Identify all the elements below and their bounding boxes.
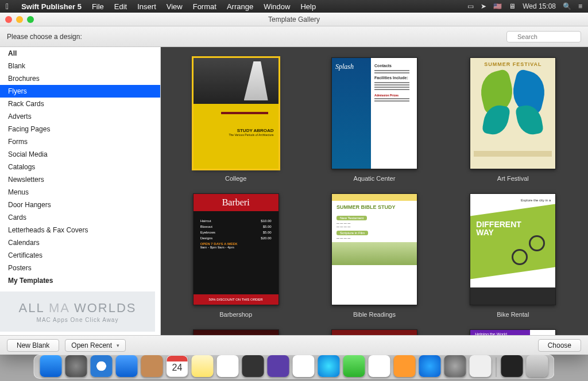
template-label: College bbox=[225, 175, 246, 182]
new-blank-button[interactable]: New Blank bbox=[7, 339, 59, 352]
dock-finder-icon[interactable] bbox=[40, 355, 62, 377]
sidebar-item-blank[interactable]: Blank bbox=[0, 60, 160, 72]
close-window-button[interactable] bbox=[5, 16, 12, 23]
template-aquatic-center[interactable]: Contacts Facilities Include: Admission P… bbox=[331, 57, 417, 182]
dock-swift-publisher-icon[interactable] bbox=[470, 355, 492, 377]
dock-notes-icon[interactable] bbox=[192, 355, 214, 377]
window-title: Template Gallery bbox=[268, 15, 320, 24]
template-label: Barbershop bbox=[219, 311, 252, 318]
template-thumbnail: SUMMER FESTIVAL bbox=[470, 57, 556, 169]
watermark-sub: MAC Apps One Click Away bbox=[37, 317, 119, 323]
template-thumbnail: Contacts Facilities Include: Admission P… bbox=[331, 57, 417, 169]
dock-messages-icon[interactable] bbox=[318, 355, 340, 377]
sidebar-item-cards[interactable]: Cards bbox=[0, 211, 160, 224]
template-thumbnail: SUMMER BIBLE STUDY New Testament— — — ——… bbox=[331, 193, 417, 305]
template-label: Bible Readings bbox=[353, 311, 396, 318]
sidebar-item-catalogs[interactable]: Catalogs bbox=[0, 161, 160, 173]
dock-trash-icon[interactable] bbox=[527, 355, 548, 377]
template-barbershop[interactable]: Barberi Haircut$10.00 Blowout$5.00 Eyebr… bbox=[193, 193, 279, 318]
dock-imovie-icon[interactable] bbox=[268, 355, 289, 377]
template-partial-1[interactable] bbox=[193, 329, 279, 335]
dock-dashboard-icon[interactable] bbox=[242, 355, 264, 377]
dock-contacts-icon[interactable] bbox=[141, 355, 163, 377]
template-bike-rental[interactable]: Explore the city in a DIFFERENTWAY Bike … bbox=[470, 193, 556, 318]
dock-itunes-icon[interactable] bbox=[369, 355, 390, 377]
zoom-window-button[interactable] bbox=[27, 16, 34, 23]
dock-appstore-icon[interactable] bbox=[419, 355, 441, 377]
dock bbox=[34, 355, 555, 379]
app-menu[interactable]: Swift Publisher 5 bbox=[21, 2, 82, 11]
toolbar: Please choose a design: bbox=[0, 26, 588, 47]
menu-help[interactable]: Help bbox=[300, 2, 316, 11]
prompt-label: Please choose a design: bbox=[7, 33, 82, 41]
dock-safari-icon[interactable] bbox=[91, 355, 113, 377]
choose-button[interactable]: Choose bbox=[538, 339, 581, 352]
template-college[interactable]: STUDY ABROAD The Various Periods of Arch… bbox=[193, 57, 279, 182]
sidebar-item-all[interactable]: All bbox=[0, 47, 160, 60]
sidebar-item-social-media[interactable]: Social Media bbox=[0, 148, 160, 161]
watermark: ALL MA WORLDS MAC Apps One Click Away bbox=[0, 291, 155, 332]
template-thumbnail: Barberi Haircut$10.00 Blowout$5.00 Eyebr… bbox=[193, 193, 279, 305]
dock-separator bbox=[496, 357, 497, 377]
sidebar-item-flyers[interactable]: Flyers bbox=[0, 85, 160, 98]
sidebar-item-door-hangers[interactable]: Door Hangers bbox=[0, 199, 160, 211]
template-art-festival[interactable]: SUMMER FESTIVAL Art Festival bbox=[470, 57, 556, 182]
sidebar-item-brochures[interactable]: Brochures bbox=[0, 72, 160, 85]
sidebar-item-facing-pages[interactable]: Facing Pages bbox=[0, 123, 160, 135]
sidebar-item-calendars[interactable]: Calendars bbox=[0, 236, 160, 249]
sidebar-item-adverts[interactable]: Adverts bbox=[0, 110, 160, 123]
bottom-bar: New Blank Open Recent Choose bbox=[0, 335, 588, 355]
open-recent-select[interactable]: Open Recent bbox=[65, 339, 126, 352]
template-bible-readings[interactable]: SUMMER BIBLE STUDY New Testament— — — ——… bbox=[331, 193, 417, 318]
titlebar: Template Gallery bbox=[0, 13, 588, 26]
dock-reminders-icon[interactable] bbox=[217, 355, 239, 377]
template-gallery-window: Template Gallery Please choose a design:… bbox=[0, 13, 588, 355]
menu-insert[interactable]: Insert bbox=[137, 2, 156, 11]
dock-calendar-icon[interactable] bbox=[167, 355, 188, 377]
status-flag-icon[interactable]: 🇺🇸 bbox=[493, 2, 502, 10]
dock-photos-icon[interactable] bbox=[293, 355, 315, 377]
search-input[interactable] bbox=[506, 31, 581, 42]
template-partial-3[interactable]: Helping the World bbox=[470, 329, 556, 335]
minimize-window-button[interactable] bbox=[16, 16, 23, 23]
sidebar-item-rack-cards[interactable]: Rack Cards bbox=[0, 98, 160, 110]
template-thumbnail: ABCCateringServices bbox=[331, 329, 417, 335]
dock-folder-icon[interactable] bbox=[501, 355, 523, 377]
sidebar-item-newsletters[interactable]: Newsletters bbox=[0, 173, 160, 186]
dock-ibooks-icon[interactable] bbox=[394, 355, 416, 377]
mac-menubar:  Swift Publisher 5 File Edit Insert Vie… bbox=[0, 0, 588, 13]
status-clock[interactable]: Wed 15:08 bbox=[523, 2, 556, 10]
apple-icon[interactable]:  bbox=[6, 2, 9, 11]
template-gallery[interactable]: STUDY ABROAD The Various Periods of Arch… bbox=[161, 47, 588, 335]
template-label: Art Festival bbox=[497, 175, 529, 182]
status-cursor-icon[interactable]: ➤ bbox=[481, 2, 486, 10]
template-thumbnail: Explore the city in a DIFFERENTWAY bbox=[470, 193, 556, 305]
status-display-icon[interactable]: ▭ bbox=[467, 2, 474, 10]
dock-facetime-icon[interactable] bbox=[343, 355, 365, 377]
status-screen-icon[interactable]: 🖥 bbox=[509, 2, 516, 10]
sidebar-item-certificates[interactable]: Certificates bbox=[0, 249, 160, 262]
sidebar-item-posters[interactable]: Posters bbox=[0, 262, 160, 274]
sidebar-item-forms[interactable]: Forms bbox=[0, 135, 160, 148]
dock-launchpad-icon[interactable] bbox=[65, 355, 87, 377]
menu-file[interactable]: File bbox=[92, 2, 104, 11]
watermark-text: ALL bbox=[19, 301, 49, 315]
sidebar: All Blank Brochures Flyers Rack Cards Ad… bbox=[0, 47, 161, 335]
menu-view[interactable]: View bbox=[167, 2, 183, 11]
dock-mail-icon[interactable] bbox=[116, 355, 138, 377]
search-icon bbox=[506, 31, 581, 42]
dock-preferences-icon[interactable] bbox=[444, 355, 466, 377]
menu-format[interactable]: Format bbox=[193, 2, 216, 11]
template-label: Aquatic Center bbox=[354, 175, 396, 182]
sidebar-item-menus[interactable]: Menus bbox=[0, 186, 160, 199]
spotlight-icon[interactable]: 🔍 bbox=[563, 2, 571, 10]
menu-window[interactable]: Window bbox=[264, 2, 290, 11]
template-thumbnail: Helping the World bbox=[470, 329, 556, 335]
template-partial-2[interactable]: ABCCateringServices bbox=[331, 329, 417, 335]
sidebar-item-my-templates[interactable]: My Templates bbox=[0, 274, 160, 287]
template-thumbnail bbox=[193, 329, 279, 335]
menu-edit[interactable]: Edit bbox=[114, 2, 127, 11]
sidebar-item-letterheads[interactable]: Letterheads & Fax Covers bbox=[0, 224, 160, 236]
menu-arrange[interactable]: Arrange bbox=[227, 2, 253, 11]
menu-extras-icon[interactable]: ≡ bbox=[578, 2, 582, 10]
